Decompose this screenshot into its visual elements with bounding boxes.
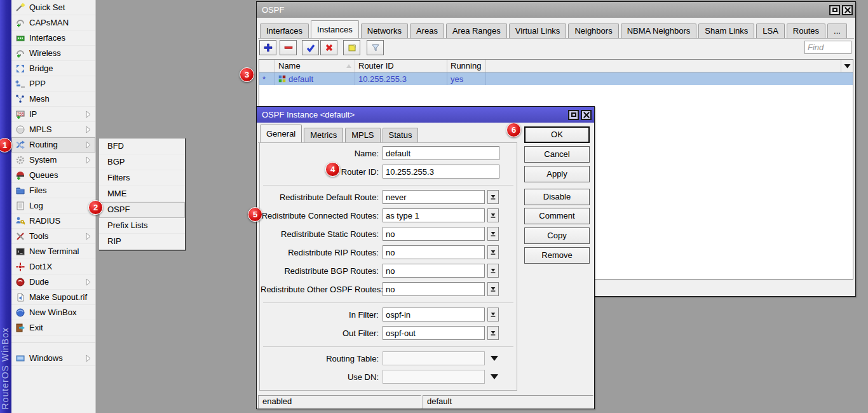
tab-areas[interactable]: Areas (410, 24, 444, 38)
sidebar-item-new-winbox[interactable]: New WinBox (11, 305, 95, 320)
header-flags-column[interactable] (259, 60, 275, 72)
routing-table-input[interactable] (383, 351, 485, 365)
tab-instances[interactable]: Instances (311, 20, 359, 38)
sidebar-item-dot1x[interactable]: Dot1X (11, 259, 95, 274)
tab-general[interactable]: General (260, 125, 302, 142)
sidebar-item-quick-set[interactable]: Quick Set (11, 0, 95, 15)
submenu-item-bgp[interactable]: BGP (99, 154, 185, 170)
close-button[interactable] (842, 5, 853, 15)
enable-icon (306, 43, 316, 53)
maximize-button[interactable] (568, 110, 579, 120)
tab-lsa[interactable]: LSA (756, 24, 785, 38)
dialog-tab-bar: General Metrics MPLS Status (260, 125, 420, 142)
sidebar-item-windows[interactable]: Windows (11, 351, 95, 366)
tab-area-ranges[interactable]: Area Ranges (446, 24, 507, 38)
ospf-window-titlebar[interactable]: OSPF (257, 2, 855, 18)
header-router-id-column[interactable]: Router ID (355, 60, 447, 72)
comment-button[interactable] (343, 40, 360, 55)
header-name-column[interactable]: Name (275, 60, 355, 72)
tab-networks[interactable]: Networks (361, 24, 408, 38)
in-filter-dropdown-button[interactable] (487, 308, 499, 322)
ok-button[interactable]: OK (524, 126, 590, 143)
sidebar-item-mpls[interactable]: MPLS (11, 122, 95, 137)
enable-button[interactable] (302, 40, 319, 55)
sidebar-item-tools[interactable]: Tools (11, 229, 95, 244)
remove-button[interactable] (280, 40, 297, 55)
tab-routes[interactable]: Routes (787, 24, 825, 38)
out-filter-dropdown-button[interactable] (487, 326, 499, 340)
redistribute-static-routes-input[interactable] (383, 227, 485, 241)
redistribute-bgp-routes-input[interactable] (383, 264, 485, 278)
add-button[interactable] (259, 40, 276, 55)
comment-button[interactable]: Comment (524, 208, 590, 224)
sidebar-item-log[interactable]: Log (11, 198, 95, 213)
copy-button[interactable]: Copy (524, 227, 590, 244)
close-button[interactable] (581, 110, 592, 120)
column-select-button[interactable] (841, 60, 853, 72)
redistribute-other-ospf-routes-input[interactable] (383, 282, 485, 296)
redistribute-bgp-routes-dropdown-button[interactable] (487, 264, 499, 278)
redistribute-other-ospf-routes-dropdown-button[interactable] (487, 282, 499, 296)
in-filter-input[interactable] (383, 308, 485, 322)
submenu-item-ospf[interactable]: OSPF (99, 202, 185, 218)
table-row[interactable]: * default 10.255.255.3 yes (259, 72, 853, 85)
tab-interfaces[interactable]: Interfaces (260, 24, 309, 38)
tab-metrics[interactable]: Metrics (304, 128, 343, 142)
router-id-input[interactable] (383, 165, 499, 179)
find-input[interactable] (804, 41, 851, 54)
tab-more[interactable]: ... (827, 24, 847, 38)
sidebar-item-label: Bridge (29, 64, 93, 73)
wireless-icon (15, 48, 25, 58)
out-filter-input[interactable] (383, 326, 485, 340)
redistribute-static-routes-dropdown-button[interactable] (487, 227, 499, 241)
submenu-item-rip[interactable]: RIP (99, 234, 185, 250)
disable-button[interactable]: Disable (524, 189, 590, 205)
dialog-titlebar[interactable]: OSPF Instance <default> (257, 107, 594, 123)
submenu-item-prefix-lists[interactable]: Prefix Lists (99, 218, 185, 234)
redistribute-rip-routes-dropdown-button[interactable] (487, 245, 499, 259)
sidebar-item-bridge[interactable]: Bridge (11, 61, 95, 76)
sidebar-item-exit[interactable]: Exit (11, 320, 95, 335)
redistribute-default-route-input[interactable] (383, 190, 485, 204)
maximize-button[interactable] (829, 5, 840, 15)
redistribute-default-route-dropdown-button[interactable] (487, 190, 499, 204)
sidebar-item-capsman[interactable]: CAPsMAN (11, 15, 95, 30)
sidebar-item-make-supout[interactable]: Make Supout.rif (11, 290, 95, 305)
redistribute-rip-routes-input[interactable] (383, 245, 485, 259)
sidebar-item-queues[interactable]: Queues (11, 168, 95, 183)
sidebar-item-routing[interactable]: Routing (11, 137, 95, 152)
sidebar-item-interfaces[interactable]: Interfaces (11, 30, 95, 46)
tab-neighbors[interactable]: Neighbors (568, 24, 618, 38)
sidebar-item-mesh[interactable]: Mesh (11, 91, 95, 107)
header-running-column[interactable]: Running (447, 60, 486, 72)
tab-nbma-neighbors[interactable]: NBMA Neighbors (621, 24, 697, 38)
apply-button[interactable]: Apply (524, 166, 590, 182)
tab-sham-links[interactable]: Sham Links (698, 24, 754, 38)
sidebar-item-new-terminal[interactable]: New Terminal (11, 244, 95, 259)
filter-button[interactable] (367, 40, 384, 55)
sidebar-item-dude[interactable]: Dude (11, 274, 95, 290)
redistribute-connected-routes-input[interactable] (383, 208, 485, 222)
name-input[interactable] (383, 146, 499, 160)
submenu-item-mme[interactable]: MME (99, 186, 185, 202)
tab-status[interactable]: Status (383, 128, 419, 142)
tab-virtual-links[interactable]: Virtual Links (509, 24, 567, 38)
disable-button[interactable] (320, 40, 337, 55)
routing-table-combo-arrow-icon[interactable] (491, 356, 498, 361)
sidebar-item-radius[interactable]: RADIUS (11, 213, 95, 229)
cancel-button[interactable]: Cancel (524, 146, 590, 163)
use-dn-input[interactable] (383, 370, 485, 384)
sidebar-item-files[interactable]: Files (11, 183, 95, 198)
sidebar-item-ppp[interactable]: PPP (11, 76, 95, 91)
redistribute-connected-routes-dropdown-button[interactable] (487, 208, 499, 222)
router-id-label: Router ID: (261, 167, 383, 177)
submenu-item-bfd[interactable]: BFD (99, 139, 185, 154)
winbox-icon (15, 308, 25, 318)
tab-mpls[interactable]: MPLS (345, 128, 380, 142)
use-dn-combo-arrow-icon[interactable] (491, 374, 498, 379)
sidebar-item-wireless[interactable]: Wireless (11, 46, 95, 61)
sidebar-item-system[interactable]: System (11, 152, 95, 168)
sidebar-item-ip[interactable]: 255 IP (11, 107, 95, 122)
remove-button[interactable]: Remove (524, 247, 590, 264)
submenu-item-filters[interactable]: Filters (99, 170, 185, 186)
